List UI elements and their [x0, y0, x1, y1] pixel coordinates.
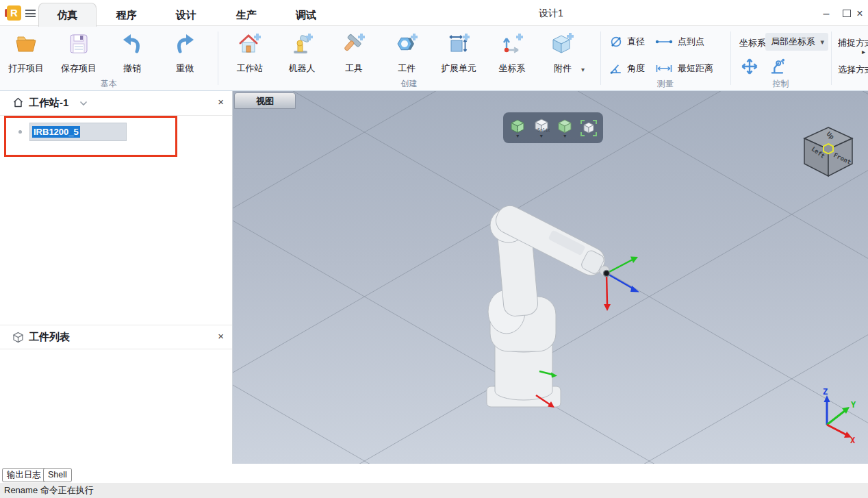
- svg-text:Z: Z: [823, 387, 828, 397]
- create-robot-button[interactable]: 机器人: [277, 32, 327, 75]
- robot-arm-model: [487, 201, 609, 407]
- chevron-down-icon[interactable]: ▾: [563, 134, 566, 138]
- angle-icon: [610, 62, 622, 75]
- wireframe-cube-button[interactable]: ▾: [507, 114, 528, 142]
- chevron-down-icon[interactable]: ▾: [516, 134, 519, 138]
- select-mode-button[interactable]: 选择方式: [838, 64, 868, 76]
- ribbon-separator: [218, 32, 218, 85]
- undo-icon: [120, 32, 144, 56]
- shaded-cube-button[interactable]: ▾: [554, 114, 576, 142]
- create-extension-unit-button[interactable]: 扩展单元: [431, 32, 486, 75]
- ribbon-flyout-arrow[interactable]: ▸: [862, 48, 865, 55]
- close-workpiece-panel-button[interactable]: ×: [218, 330, 224, 342]
- extension-unit-icon: [446, 32, 472, 56]
- create-workpiece-button[interactable]: 工件: [382, 32, 431, 75]
- diameter-icon: [610, 36, 622, 48]
- annotation-rectangle: [4, 116, 177, 157]
- status-message: Rename 命令正在执行: [4, 485, 94, 495]
- create-attachment-button[interactable]: 附件: [538, 32, 587, 75]
- create-frame-button[interactable]: 坐标系: [487, 32, 537, 75]
- attachment-cube-icon: [550, 32, 576, 56]
- station-title: 工作站-1: [29, 97, 68, 110]
- coord-system-label: 坐标系: [739, 37, 766, 49]
- viewport-tab-view[interactable]: 视图: [234, 92, 296, 109]
- workpiece-hex-icon: [394, 32, 420, 56]
- viewport-toolbar: ▾ Solid ▾ ▾: [503, 112, 603, 143]
- save-project-button[interactable]: 保存项目: [54, 32, 103, 75]
- coord-system-dropdown[interactable]: 局部坐标系 ▾: [765, 33, 828, 51]
- workpiece-panel-header: 工件列表 ×: [0, 325, 232, 349]
- station-tree-panel: 工作站-1 × IRB1200_5 工件列表 ×: [0, 91, 233, 464]
- ribbon-toolbar: 打开项目 保存项目 撤销 重做 基本: [0, 26, 868, 91]
- robot-scene: Z Y X: [233, 91, 868, 464]
- point-to-point-icon: [655, 37, 673, 47]
- measure-shortest-distance-button[interactable]: 最短距离: [655, 62, 713, 75]
- open-project-button[interactable]: 打开项目: [1, 32, 51, 75]
- tab-design[interactable]: 设计: [162, 5, 210, 25]
- tab-production[interactable]: 生产: [222, 5, 270, 25]
- wireframe-cube-icon: [509, 118, 526, 134]
- move-tool-button[interactable]: [741, 58, 758, 78]
- tab-simulation[interactable]: 仿真: [38, 3, 97, 27]
- ribbon-separator: [730, 32, 731, 85]
- view-cube[interactable]: Up Left Front: [798, 123, 858, 183]
- workstation-house-icon: [237, 32, 263, 56]
- svg-text:X: X: [850, 436, 856, 445]
- shaded-cube-icon: [557, 118, 573, 134]
- log-tab-row: 输出日志 Shell: [0, 464, 868, 483]
- open-folder-icon: [14, 32, 38, 56]
- world-axis-triad: Z Y X: [823, 387, 856, 445]
- ribbon-separator: [831, 32, 832, 85]
- svg-text:Y: Y: [851, 400, 856, 410]
- solid-cube-button[interactable]: Solid ▾: [531, 114, 552, 142]
- home-icon: [12, 97, 24, 108]
- app-logo[interactable]: R: [7, 5, 21, 21]
- group-label-create: 创建: [218, 78, 600, 90]
- attachment-dropdown-caret[interactable]: ▾: [581, 66, 585, 73]
- jog-robot-icon: [768, 57, 787, 76]
- maximize-button[interactable]: [843, 10, 851, 17]
- close-station-panel-button[interactable]: ×: [218, 96, 224, 108]
- robot-icon: [289, 32, 315, 56]
- create-workstation-button[interactable]: 工作站: [225, 32, 275, 75]
- tool-hammer-icon: [341, 32, 367, 56]
- cube-icon: [12, 332, 24, 343]
- group-label-control: 控制: [730, 78, 831, 90]
- close-button[interactable]: ×: [852, 6, 867, 21]
- hamburger-menu-icon[interactable]: [25, 10, 36, 17]
- measure-angle-button[interactable]: 角度: [610, 62, 645, 75]
- move-icon: [741, 58, 758, 75]
- redo-icon: [173, 32, 197, 56]
- frame-axes-icon: [499, 32, 525, 56]
- tab-debug[interactable]: 调试: [282, 5, 330, 25]
- status-bar: Rename 命令正在执行: [0, 483, 868, 498]
- workpiece-list-title: 工件列表: [29, 331, 70, 344]
- zoom-fit-icon: [580, 119, 598, 137]
- ribbon-separator: [600, 32, 601, 85]
- zoom-fit-button[interactable]: [578, 114, 600, 142]
- measure-point-to-point-button[interactable]: 点到点: [655, 36, 704, 48]
- redo-button[interactable]: 重做: [160, 32, 209, 75]
- create-tool-button[interactable]: 工具: [329, 32, 379, 75]
- group-label-measure: 测量: [600, 78, 730, 90]
- shortest-distance-icon: [655, 64, 673, 73]
- solid-cube-icon: Solid: [533, 118, 550, 134]
- title-bar: R 仿真 程序 设计 生产 调试 设计1 – ×: [0, 0, 868, 26]
- panel-divider: [0, 349, 232, 349]
- measure-diameter-button[interactable]: 直径: [610, 36, 645, 48]
- tcp-frame-axes: [604, 257, 640, 312]
- minimize-button[interactable]: –: [819, 6, 834, 21]
- chevron-down-icon[interactable]: [79, 101, 88, 106]
- svg-text:Solid: Solid: [537, 127, 550, 133]
- tab-program[interactable]: 程序: [103, 5, 151, 25]
- output-log-tab[interactable]: 输出日志: [2, 468, 46, 482]
- window-title: 设计1: [520, 8, 582, 20]
- group-label-basic: 基本: [0, 78, 218, 90]
- viewport-3d[interactable]: Z Y X 视图 ▾ Solid ▾: [233, 91, 868, 464]
- jog-robot-button[interactable]: [768, 57, 787, 79]
- chevron-down-icon: ▾: [820, 33, 824, 51]
- undo-button[interactable]: 撤销: [107, 32, 157, 75]
- chevron-down-icon[interactable]: ▾: [540, 134, 543, 138]
- shell-tab[interactable]: Shell: [43, 468, 72, 482]
- save-floppy-icon: [66, 32, 91, 56]
